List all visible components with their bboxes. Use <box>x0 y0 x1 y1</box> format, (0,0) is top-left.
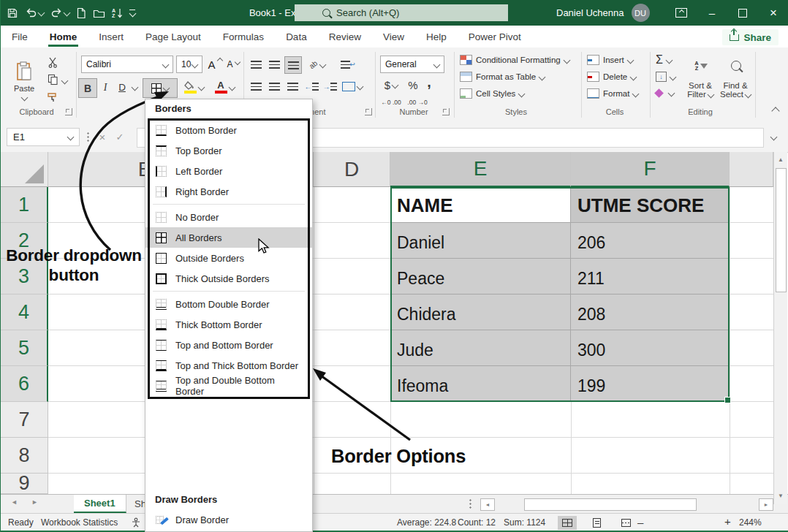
increase-indent-button[interactable]: → <box>322 78 338 94</box>
row-header-1[interactable]: 1 <box>1 187 48 223</box>
row-header-4[interactable]: 4 <box>1 294 48 330</box>
underline-dropdown-icon[interactable] <box>129 78 140 96</box>
sort-az-icon[interactable]: AZ <box>112 8 123 18</box>
sheet-tab-sheet1[interactable]: Sheet1 <box>74 495 126 513</box>
tab-file[interactable]: File <box>1 26 39 47</box>
scroll-down-icon[interactable]: ▼ <box>776 490 786 501</box>
bold-button[interactable]: B <box>78 78 97 98</box>
delete-cells-button[interactable]: Delete <box>587 72 636 82</box>
new-file-icon[interactable] <box>76 7 86 19</box>
zoom-level[interactable]: 244% <box>739 517 762 528</box>
share-button[interactable]: Share <box>722 29 778 45</box>
menu-item-none[interactable]: No Border <box>145 207 312 227</box>
cut-button[interactable] <box>45 55 61 69</box>
zoom-in-button[interactable]: + <box>724 515 731 528</box>
decrease-indent-button[interactable]: ← <box>303 78 319 94</box>
page-layout-view-button[interactable] <box>587 516 606 530</box>
scroll-up-icon[interactable]: ▲ <box>776 153 786 165</box>
column-header-D[interactable]: D <box>314 152 390 187</box>
accounting-format-button[interactable]: $ <box>380 77 402 93</box>
paste-button[interactable]: Paste <box>8 53 40 107</box>
tab-page-layout[interactable]: Page Layout <box>135 26 212 47</box>
menu-item-bottom[interactable]: Bottom Border <box>145 120 312 140</box>
menu-item-thick-bottom[interactable]: Thick Bottom Border <box>145 314 312 335</box>
maximize-button[interactable] <box>727 0 758 26</box>
cell-F1[interactable]: UTME SCORE <box>571 187 730 223</box>
borders-button[interactable] <box>143 78 178 98</box>
cell-F3[interactable]: 211 <box>571 259 730 294</box>
merge-center-button[interactable] <box>340 78 365 94</box>
ribbon-display-options-button[interactable] <box>666 0 697 26</box>
row-header-5[interactable]: 5 <box>1 330 48 366</box>
open-file-icon[interactable] <box>93 8 105 18</box>
workbook-statistics-button[interactable]: Workbook Statistics <box>41 517 118 528</box>
menu-item-all[interactable]: All Borders <box>145 227 312 248</box>
undo-button[interactable] <box>25 7 44 18</box>
italic-button[interactable]: I <box>98 78 113 96</box>
sort-filter-button[interactable]: Sort & Filter <box>683 78 717 102</box>
tab-home[interactable]: Home <box>39 26 88 47</box>
tab-view[interactable]: View <box>372 26 415 47</box>
cell-styles-button[interactable]: Cell Styles <box>460 88 524 99</box>
cell-E2[interactable]: Daniel <box>390 223 571 259</box>
prev-sheet-icon[interactable]: ◄ <box>11 498 18 506</box>
cell-E4[interactable]: Chidera <box>390 294 571 330</box>
formula-bar-grip[interactable] <box>87 132 89 142</box>
menu-item-left[interactable]: Left Border <box>145 161 312 181</box>
page-break-view-button[interactable] <box>616 516 635 530</box>
tab-formulas[interactable]: Formulas <box>212 26 275 47</box>
enter-button[interactable]: ✓ <box>112 128 128 146</box>
cell-E5[interactable]: Jude <box>390 330 571 366</box>
menu-item-right[interactable]: Right Border <box>145 181 312 202</box>
align-center-button[interactable] <box>266 78 282 94</box>
row-header-7[interactable]: 7 <box>1 402 48 438</box>
wrap-text-button[interactable]: ↩ <box>338 56 357 72</box>
minimize-button[interactable]: – <box>697 0 727 26</box>
cell-F5[interactable]: 300 <box>571 330 730 366</box>
tab-review[interactable]: Review <box>318 26 372 47</box>
insert-cells-button[interactable]: Insert <box>587 55 633 65</box>
format-as-table-button[interactable]: Format as Table <box>460 72 545 82</box>
customize-toolbar-icon[interactable] <box>129 10 135 17</box>
menu-item-top-thick-bottom[interactable]: Top and Thick Bottom Border <box>145 355 312 376</box>
tab-data[interactable]: Data <box>275 26 318 47</box>
column-header-partial[interactable] <box>730 152 773 187</box>
redo-button[interactable] <box>50 7 69 18</box>
font-size-select[interactable]: 10 <box>176 56 202 73</box>
name-box-dropdown-icon[interactable] <box>67 134 75 141</box>
align-left-button[interactable] <box>248 78 264 94</box>
menu-item-top[interactable]: Top Border <box>145 140 312 161</box>
avatar[interactable]: DU <box>632 4 650 22</box>
number-dialog-launcher[interactable] <box>442 108 450 115</box>
horizontal-scroll-thumb[interactable] <box>524 498 697 511</box>
cell-E6[interactable]: Ifeoma <box>390 366 571 402</box>
cell-E1[interactable]: NAME <box>390 187 571 223</box>
increase-font-size-button[interactable]: A <box>207 56 223 73</box>
cell-F4[interactable]: 208 <box>571 294 730 330</box>
row-header-9[interactable]: 9 <box>1 474 48 494</box>
column-header-F[interactable]: F <box>571 152 730 187</box>
redo-dropdown-icon[interactable] <box>64 10 71 17</box>
close-button[interactable]: × <box>758 0 788 26</box>
clear-button[interactable] <box>656 90 674 96</box>
copy-button[interactable] <box>45 72 61 87</box>
column-header-E[interactable]: E <box>390 152 571 187</box>
scroll-right-icon[interactable]: ► <box>759 498 773 511</box>
vertical-scroll-thumb[interactable] <box>776 168 787 292</box>
menu-item-draw[interactable]: Draw Border <box>145 509 312 530</box>
next-sheet-icon[interactable]: ► <box>31 498 38 506</box>
tab-power-pivot[interactable]: Power Pivot <box>458 26 532 47</box>
cancel-button[interactable]: × <box>94 128 110 146</box>
select-all-button[interactable] <box>1 152 48 187</box>
cell-F2[interactable]: 206 <box>571 223 730 259</box>
fill-button[interactable]: ↓ <box>656 72 675 82</box>
conditional-formatting-button[interactable]: Conditional Formatting <box>460 55 569 65</box>
font-color-button[interactable]: A <box>211 78 238 96</box>
menu-item-top-double-bottom[interactable]: Top and Double Bottom Border <box>145 376 312 396</box>
menu-item-bottom-double[interactable]: Bottom Double Border <box>145 294 312 314</box>
bottom-align-button[interactable] <box>284 56 302 74</box>
normal-view-button[interactable] <box>558 516 577 530</box>
tab-help[interactable]: Help <box>415 26 458 47</box>
number-format-select[interactable]: General <box>380 56 444 73</box>
search-input[interactable]: Search (Alt+Q) <box>295 4 508 21</box>
